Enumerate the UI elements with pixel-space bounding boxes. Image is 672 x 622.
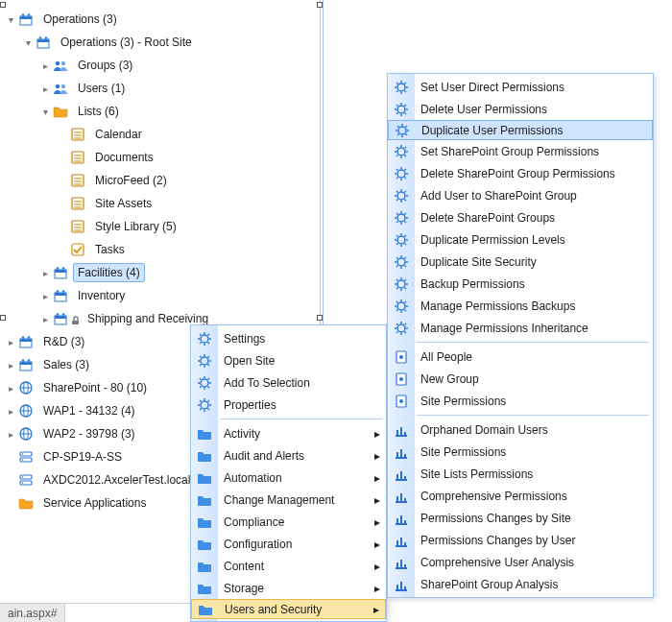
menu-item-label: Duplicate Site Security — [415, 255, 653, 269]
status-text: ain.aspx# — [8, 607, 57, 620]
site-icon — [52, 264, 69, 281]
tree-label: Site Assets — [90, 194, 156, 213]
menu-separator — [220, 419, 382, 419]
menu-item[interactable]: Set User Direct Permissions▸ — [388, 76, 653, 98]
chart-icon — [388, 511, 415, 526]
gear-icon — [388, 144, 415, 159]
menu-item[interactable]: SharePoint Group Analysis▸ — [388, 573, 653, 595]
status-tab[interactable]: ain.aspx# — [0, 604, 65, 622]
menu-item[interactable]: Add User to SharePoint Group▸ — [388, 184, 653, 206]
menu-item-label: Storage — [218, 582, 369, 595]
expand-icon[interactable]: ▸ — [6, 360, 15, 371]
tree-node-list-item[interactable]: Calendar — [2, 123, 319, 146]
chevron-right-icon: ▸ — [368, 603, 385, 616]
menu-item[interactable]: All People▸ — [388, 346, 653, 368]
menu-item-label: Delete SharePoint Group Permissions — [415, 167, 653, 180]
chevron-right-icon: ▸ — [369, 493, 386, 507]
menu-item[interactable]: Delete User Permissions▸ — [388, 98, 653, 120]
expand-icon[interactable]: ▸ — [6, 406, 15, 417]
tree-node-list-item[interactable]: Style Library (5) — [2, 215, 319, 238]
menu-item-label: Manage Permissions Inheritance — [415, 322, 653, 335]
menu-item-label: Properties — [218, 398, 386, 412]
gear-icon — [388, 210, 415, 226]
context-menu: Settings▸Open Site▸Add To Selection▸Prop… — [190, 324, 387, 622]
menu-item[interactable]: Duplicate User Permissions▸ — [388, 120, 653, 140]
menu-item[interactable]: Delete SharePoint Groups▸ — [388, 206, 653, 228]
tree-node-list-item[interactable]: MicroFeed (2) — [2, 169, 319, 192]
menu-item[interactable]: Duplicate Site Security▸ — [388, 251, 653, 273]
tree-node-inventory[interactable]: ▸ Inventory — [2, 284, 319, 307]
menu-item[interactable]: Add To Selection▸ — [191, 371, 386, 394]
menu-item[interactable]: Permissions Changes by User▸ — [388, 529, 653, 551]
menu-item[interactable]: Automation▸ — [191, 466, 386, 489]
collapse-icon[interactable]: ▾ — [40, 107, 50, 117]
menu-item[interactable]: Comprehensive User Analysis▸ — [388, 551, 653, 573]
chevron-right-icon: ▸ — [369, 538, 386, 551]
users-icon — [52, 80, 69, 97]
menu-item[interactable]: Orphaned Domain Users▸ — [388, 419, 653, 441]
globe-icon — [17, 402, 35, 419]
collapse-icon[interactable]: ▾ — [23, 37, 33, 48]
gear-icon — [388, 232, 415, 248]
tree-label: WAP1 - 34132 (4) — [38, 401, 140, 420]
expand-icon[interactable]: ▸ — [6, 337, 15, 347]
resize-handle[interactable] — [0, 2, 6, 8]
menu-item[interactable]: Delete SharePoint Group Permissions▸ — [388, 162, 653, 184]
menu-item[interactable]: Activity▸ — [191, 422, 386, 444]
menu-item[interactable]: Storage▸ — [191, 577, 386, 599]
expand-icon[interactable]: ▸ — [40, 268, 50, 278]
menu-item[interactable]: Audit and Alerts▸ — [191, 444, 386, 466]
menu-item[interactable]: Manage Permissions Inheritance▸ — [388, 317, 653, 339]
expand-icon[interactable]: ▸ — [40, 60, 50, 71]
resize-handle[interactable] — [317, 2, 323, 8]
expand-icon[interactable]: ▸ — [40, 84, 50, 94]
menu-item[interactable]: Configuration▸ — [191, 533, 386, 555]
tree-node-list-item[interactable]: Site Assets — [2, 192, 319, 215]
menu-item[interactable]: Open Site▸ — [191, 349, 386, 371]
menu-item-label: Content — [218, 560, 369, 573]
menu-item[interactable]: Content▸ — [191, 555, 386, 577]
note-icon — [388, 371, 415, 387]
site-icon — [17, 333, 35, 350]
menu-item[interactable]: Site Permissions▸ — [388, 441, 653, 463]
tree-node-facilities[interactable]: ▸ Facilities (4) — [2, 261, 319, 284]
menu-item[interactable]: Properties▸ — [191, 394, 386, 416]
gear-icon — [388, 166, 415, 181]
tree-label: CP-SP19-A-SS — [38, 447, 127, 466]
menu-item[interactable]: Manage Permissions Backups▸ — [388, 295, 653, 317]
expand-icon[interactable]: ▸ — [6, 429, 15, 440]
folder-icon — [191, 581, 218, 596]
menu-item[interactable]: Permissions Changes by Site▸ — [388, 507, 653, 529]
tree-node-rootsite[interactable]: ▾ Operations (3) - Root Site — [2, 31, 319, 54]
expand-icon[interactable]: ▸ — [40, 291, 50, 301]
tree-node-operations[interactable]: ▾ Operations (3) — [2, 8, 319, 31]
menu-item[interactable]: Compliance▸ — [191, 511, 386, 533]
resize-handle[interactable] — [317, 315, 323, 321]
collapse-icon[interactable]: ▾ — [6, 14, 15, 25]
tree-node-list-item[interactable]: Tasks — [2, 238, 319, 261]
menu-separator — [417, 415, 649, 416]
gear-icon — [191, 331, 218, 347]
menu-item[interactable]: Comprehensive Permissions▸ — [388, 485, 653, 507]
menu-item[interactable]: Set SharePoint Group Permissions▸ — [388, 140, 653, 162]
menu-item[interactable]: Site Permissions▸ — [388, 390, 653, 412]
menu-item[interactable]: Site Lists Permissions▸ — [388, 463, 653, 485]
menu-item[interactable]: Backup Permissions▸ — [388, 273, 653, 295]
menu-item[interactable]: Change Management▸ — [191, 489, 386, 511]
tree-node-list-item[interactable]: Documents — [2, 146, 319, 169]
menu-item[interactable]: Settings▸ — [191, 327, 386, 349]
tree-node-lists[interactable]: ▾ Lists (6) — [2, 100, 319, 123]
menu-item-label: Comprehensive Permissions — [415, 490, 653, 503]
menu-item[interactable]: Users and Security▸ — [191, 599, 386, 619]
menu-item-label: Settings — [218, 332, 386, 346]
tree-node-groups[interactable]: ▸ Groups (3) — [2, 54, 319, 77]
expand-icon[interactable]: ▸ — [6, 383, 15, 394]
menu-item-label: Site Permissions — [415, 445, 653, 459]
gear-icon — [389, 123, 416, 138]
tree-node-users[interactable]: ▸ Users (1) — [2, 77, 319, 100]
expand-icon[interactable]: ▸ — [40, 314, 50, 324]
resize-handle[interactable] — [0, 315, 6, 321]
menu-item-label: Users and Security — [219, 603, 368, 616]
menu-item[interactable]: Duplicate Permission Levels▸ — [388, 228, 653, 251]
menu-item[interactable]: New Group▸ — [388, 368, 653, 390]
